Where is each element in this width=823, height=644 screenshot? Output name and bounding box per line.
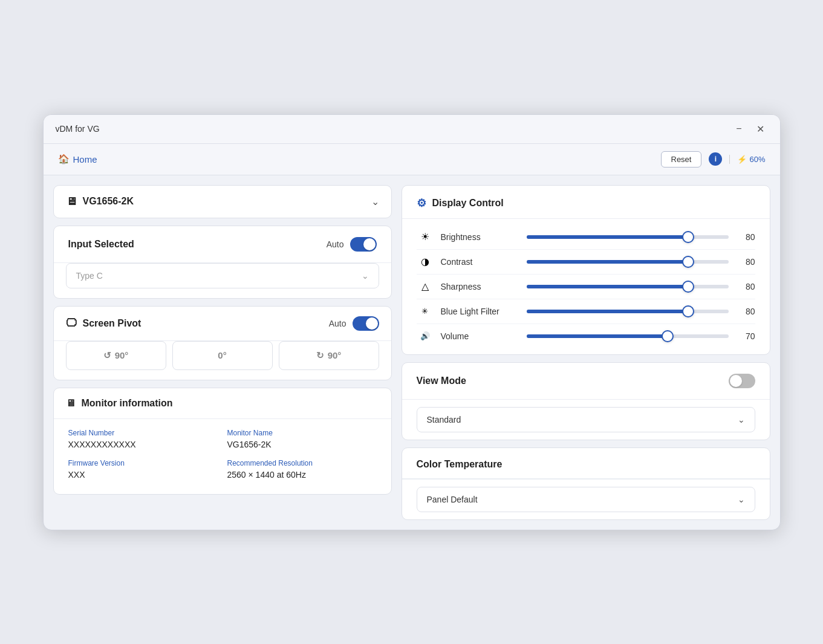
blue-light-fill: [527, 310, 688, 313]
monitor-info-grid: Serial Number XXXXXXXXXXXX Monitor Name …: [54, 419, 391, 494]
view-mode-card: View Mode Standard ⌄: [402, 362, 770, 440]
sharpness-row: △ Sharpness 80: [417, 275, 755, 299]
blue-light-slider-wrapper: [527, 305, 729, 317]
screen-pivot-auto-label: Auto: [329, 319, 346, 328]
pivot-buttons-group: ↺ 90° 0° ↻ 90°: [54, 341, 391, 380]
monitor-selector-header: 🖥 VG1656-2K ⌄: [54, 186, 391, 218]
blue-light-value: 80: [736, 307, 755, 316]
contrast-row: ◑ Contrast 80: [417, 250, 755, 275]
monitor-selector-card: 🖥 VG1656-2K ⌄: [53, 185, 392, 218]
volume-thumb[interactable]: [662, 330, 674, 342]
input-selected-card: Input Selected Auto Type C ⌄: [53, 226, 392, 299]
titlebar: vDM for VG − ✕: [44, 115, 780, 144]
pivot-0-label: 0°: [218, 350, 226, 360]
volume-track: [527, 334, 729, 338]
blue-light-thumb[interactable]: [682, 305, 694, 317]
view-mode-toggle[interactable]: [729, 374, 755, 388]
input-type-dropdown[interactable]: Type C ⌄: [66, 263, 379, 288]
app-window: vDM for VG − ✕ 🏠 Home Reset i ⚡ 60%: [43, 114, 781, 530]
main-content: 🖥 VG1656-2K ⌄ Input Selected Auto: [44, 175, 780, 530]
sharpness-icon: △: [417, 281, 434, 292]
screen-pivot-header: 🖵 Screen Pivot Auto: [54, 307, 391, 340]
blue-light-track: [527, 310, 729, 313]
pivot-btn-minus90[interactable]: ↺ 90°: [66, 341, 166, 370]
firmware-field: Firmware Version XXX: [68, 459, 218, 480]
input-auto-toggle-row: Auto: [327, 237, 377, 252]
sharpness-fill: [527, 285, 688, 288]
monitor-selector-title: 🖥 VG1656-2K: [66, 195, 134, 208]
volume-icon: 🔊: [417, 331, 434, 340]
color-temp-title: Color Temperature: [417, 459, 503, 470]
blue-light-icon: ✳: [417, 307, 434, 316]
sharpness-thumb[interactable]: [682, 281, 694, 293]
firmware-label: Firmware Version: [68, 459, 218, 467]
brightness-label: Brightness: [441, 232, 519, 242]
monitor-info-card: 🖥 Monitor information Serial Number XXXX…: [53, 388, 392, 495]
blue-light-label: Blue Light Filter: [441, 307, 519, 316]
contrast-slider-wrapper: [527, 256, 729, 268]
monitor-display-icon: 🖥: [66, 195, 77, 208]
pivot-btn-plus90[interactable]: ↻ 90°: [279, 341, 379, 370]
close-button[interactable]: ✕: [753, 122, 768, 136]
volume-row: 🔊 Volume 70: [417, 324, 755, 348]
volume-label: Volume: [441, 331, 519, 341]
brightness-fill: [527, 235, 688, 239]
contrast-track: [527, 260, 729, 264]
brightness-value: 80: [736, 232, 755, 242]
screen-pivot-toggle[interactable]: [353, 316, 379, 331]
battery-charging-icon: ⚡: [737, 155, 747, 164]
view-mode-header: View Mode: [402, 363, 770, 399]
input-auto-label: Auto: [327, 239, 344, 249]
view-mode-dropdown[interactable]: Standard ⌄: [417, 407, 755, 432]
chevron-down-icon[interactable]: ⌄: [371, 196, 379, 207]
input-type-value: Type C: [76, 271, 103, 281]
screen-pivot-toggle-row: Auto: [329, 316, 379, 331]
monitor-name-label: Monitor Name: [227, 429, 377, 437]
dropdown-chevron-icon: ⌄: [362, 271, 369, 281]
app-header: 🏠 Home Reset i ⚡ 60%: [44, 144, 780, 175]
rotate-left-icon: ↺: [103, 350, 111, 361]
monitor-info-title: 🖥 Monitor information: [66, 398, 173, 409]
contrast-thumb[interactable]: [682, 256, 694, 268]
brightness-row: ☀ Brightness 80: [417, 225, 755, 250]
home-label: Home: [73, 154, 97, 164]
color-temp-dropdown-wrapper: Panel Default ⌄: [402, 480, 770, 519]
contrast-fill: [527, 260, 688, 264]
screen-pivot-icon: 🖵: [66, 317, 77, 330]
home-icon: 🏠: [58, 154, 70, 164]
sharpness-track: [527, 285, 729, 288]
brightness-track: [527, 235, 729, 239]
view-mode-chevron-icon: ⌄: [738, 415, 745, 424]
window-controls: − ✕: [732, 122, 767, 136]
volume-value: 70: [736, 331, 755, 341]
view-mode-title: View Mode: [417, 376, 466, 386]
display-control-title: ⚙ Display Control: [417, 197, 504, 210]
home-link[interactable]: 🏠 Home: [58, 154, 97, 164]
contrast-label: Contrast: [441, 257, 519, 267]
color-temp-value: Panel Default: [427, 495, 478, 504]
reset-button[interactable]: Reset: [661, 151, 702, 168]
input-type-dropdown-wrapper: Type C ⌄: [54, 263, 391, 298]
color-temp-dropdown[interactable]: Panel Default ⌄: [417, 487, 755, 512]
blue-light-row: ✳ Blue Light Filter 80: [417, 299, 755, 324]
input-selected-header: Input Selected Auto: [54, 226, 391, 262]
right-panel: ⚙ Display Control ☀ Brightness: [402, 185, 770, 520]
view-mode-value: Standard: [427, 415, 461, 424]
display-control-card: ⚙ Display Control ☀ Brightness: [402, 185, 770, 355]
input-auto-toggle[interactable]: [350, 237, 377, 252]
input-selected-title: Input Selected: [68, 239, 134, 250]
rotate-right-icon: ↻: [316, 350, 324, 361]
contrast-value: 80: [736, 257, 755, 267]
minimize-button[interactable]: −: [732, 122, 745, 135]
color-temp-card: Color Temperature Panel Default ⌄: [402, 447, 770, 520]
info-button[interactable]: i: [709, 152, 722, 166]
brightness-thumb[interactable]: [682, 231, 694, 243]
pivot-btn-0[interactable]: 0°: [172, 341, 273, 370]
resolution-field: Recommended Resolution 2560 × 1440 at 60…: [227, 459, 377, 480]
resolution-label: Recommended Resolution: [227, 459, 377, 467]
battery-percent: 60%: [749, 155, 765, 164]
left-panel: 🖥 VG1656-2K ⌄ Input Selected Auto: [53, 185, 392, 520]
color-temp-chevron-icon: ⌄: [738, 495, 745, 504]
sharpness-label: Sharpness: [441, 282, 519, 291]
monitor-name-value: VG1656-2K: [227, 440, 377, 449]
